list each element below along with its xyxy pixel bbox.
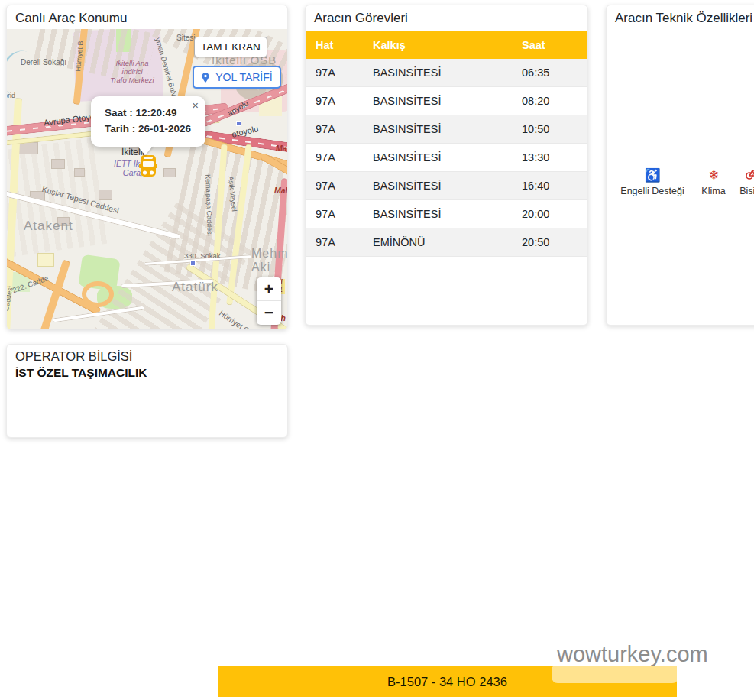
table-row: 97A BASINSİTESİ 20:00: [306, 200, 587, 228]
tech-features-card: Aracın Teknik Özellikleri ♿ Engelli Dest…: [606, 5, 754, 326]
cell-line: 97A: [306, 151, 373, 164]
operator-info-card: OPERATOR BİLGİSİ İST ÖZEL TAŞIMACILIK: [6, 344, 288, 438]
operator-info-title: OPERATOR BİLGİSİ: [7, 345, 287, 364]
feature-label: Engelli Desteği: [613, 186, 692, 196]
bicycle-icon: [746, 167, 754, 184]
feature-wheelchair: ♿ Engelli Desteği: [613, 167, 692, 196]
popup-time: Saat : 12:20:49: [105, 105, 205, 121]
table-row: 97A BASINSİTESİ 06:35: [306, 59, 587, 87]
table-row: 97A BASINSİTESİ 10:50: [306, 115, 587, 144]
watermark-text: wowturkey.com: [557, 642, 708, 667]
feature-klima: ❄ Klima: [697, 167, 730, 196]
cell-departure: BASINSİTESİ: [373, 66, 522, 79]
feature-label: Bisiklet: [733, 186, 754, 196]
cell-time: 20:50: [522, 236, 587, 248]
cell-line: 97A: [306, 180, 373, 192]
tech-features-title: Aracın Teknik Özellikleri: [607, 5, 754, 30]
popup-close-icon[interactable]: ×: [192, 99, 199, 112]
cell-departure: BASINSİTESİ: [373, 151, 522, 164]
zoom-in-button[interactable]: +: [257, 277, 281, 301]
cell-time: 06:35: [522, 66, 587, 79]
popup-pointer: [137, 145, 154, 155]
cell-time: 16:40: [522, 180, 587, 192]
vehicle-tasks-card: Aracın Görevleri Hat Kalkış Saat 97A BAS…: [305, 5, 588, 326]
cell-time: 08:20: [522, 95, 587, 107]
live-location-title: Canlı Araç Konumu: [7, 5, 287, 30]
feature-bisiklet: Bisiklet: [733, 167, 754, 196]
fullscreen-button[interactable]: TAM EKRAN: [194, 37, 267, 57]
popup-date: Tarih : 26-01-2026: [105, 121, 205, 137]
vehicle-tasks-title: Aracın Görevleri: [306, 5, 587, 30]
tasks-table-header: Hat Kalkış Saat: [306, 31, 587, 59]
live-location-card: Canlı Araç Konumu: [6, 5, 288, 329]
table-row: 97A EMİNÖNÜ 20:50: [306, 228, 587, 257]
header-saat: Saat: [522, 39, 587, 51]
directions-button-label: YOL TARİFİ: [215, 71, 272, 83]
table-row: 97A BASINSİTESİ 08:20: [306, 87, 587, 115]
tasks-table: Hat Kalkış Saat 97A BASINSİTESİ 06:35 97…: [306, 31, 587, 257]
map-pin-icon: [201, 72, 210, 83]
wheelchair-icon: ♿: [613, 167, 692, 184]
cell-line: 97A: [306, 208, 373, 220]
table-row: 97A BASINSİTESİ 13:30: [306, 144, 587, 172]
feature-label: Klima: [697, 186, 730, 196]
header-hat: Hat: [306, 39, 373, 51]
table-row: 97A BASINSİTESİ 16:40: [306, 172, 587, 200]
cell-line: 97A: [306, 123, 373, 135]
zoom-out-button[interactable]: −: [257, 301, 281, 325]
cell-departure: BASINSİTESİ: [373, 95, 522, 107]
cell-time: 10:50: [522, 123, 587, 135]
fullscreen-button-label: TAM EKRAN: [201, 41, 261, 53]
vehicle-info-popup: Saat : 12:20:49 Tarih : 26-01-2026 ×: [91, 96, 205, 147]
cell-line: 97A: [306, 66, 373, 79]
cell-time: 20:00: [522, 208, 587, 220]
cell-line: 97A: [306, 236, 373, 248]
header-kalkis: Kalkış: [373, 39, 522, 51]
map-label: Hürriyet Ca: [218, 309, 254, 329]
cell-departure: BASINSİTESİ: [373, 208, 522, 220]
cell-time: 13:30: [522, 151, 587, 164]
vehicle-plate-label: B-1507 - 34 HO 2436: [387, 675, 507, 689]
map-canvas[interactable]: Dereli Sokağı Hürriyet B İkitelli Ana İn…: [7, 29, 287, 329]
map-zoom-control: + −: [257, 277, 281, 325]
operator-name: İST ÖZEL TAŞIMACILIK: [7, 364, 287, 382]
snowflake-icon: ❄: [697, 167, 730, 184]
cell-line: 97A: [306, 95, 373, 107]
cell-departure: EMİNÖNÜ: [373, 236, 522, 248]
directions-button[interactable]: YOL TARİFİ: [193, 66, 281, 89]
cell-departure: BASINSİTESİ: [373, 180, 522, 192]
cell-departure: BASINSİTESİ: [373, 123, 522, 135]
bus-marker-icon[interactable]: [138, 154, 158, 183]
